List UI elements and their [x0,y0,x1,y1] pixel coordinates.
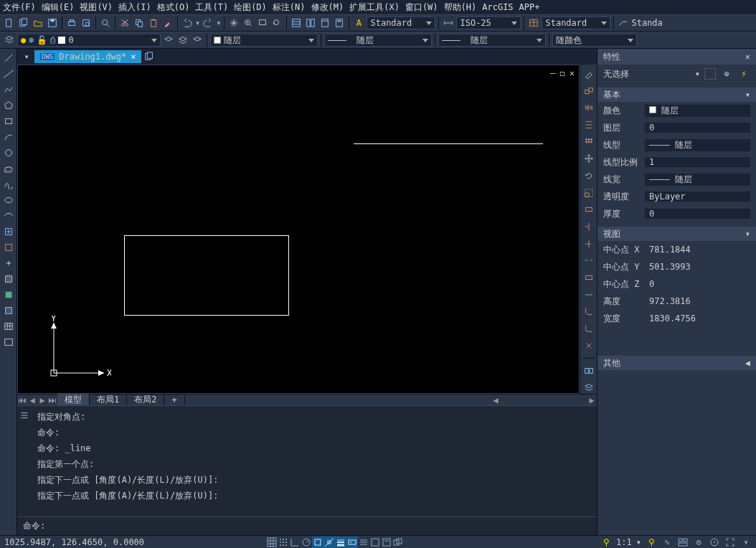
scroll-right-icon[interactable]: ▶ [587,395,597,405]
drawing-viewport[interactable]: — ◻ ✕ Y X [17,65,580,394]
scale-dropdown-icon[interactable]: ▾ [636,537,641,547]
break-point-icon[interactable] [582,255,595,268]
table-icon[interactable] [2,320,15,333]
property-value[interactable]: 501.3993 [645,262,750,272]
workspace-icon[interactable] [677,537,689,548]
menu-window[interactable]: 窗口(W) [405,1,438,14]
chamfer-icon[interactable] [582,306,595,318]
annovis-icon[interactable]: ⚲ [646,537,657,548]
group-misc-title[interactable]: 其他 [603,357,620,369]
print-icon[interactable] [65,16,78,29]
scale-icon[interactable] [582,186,595,199]
move-icon[interactable] [582,152,595,165]
menu-format[interactable]: 格式(O) [157,1,190,14]
trim-icon[interactable] [582,220,595,233]
close-viewport-icon[interactable]: ✕ [570,68,575,78]
pan-icon[interactable] [227,16,240,29]
model-tab[interactable]: 模型 [57,394,90,406]
color-combo[interactable]: 随层 [210,34,318,47]
new-icon[interactable] [3,16,16,29]
property-value[interactable]: ———— 随层 [645,139,750,151]
search-icon[interactable] [99,16,112,29]
layer-combo[interactable]: ● ❄ 🔓 ⎙ 0 [17,34,161,47]
menu-modify[interactable]: 修改(M) [311,1,344,14]
menu-view[interactable]: 视图(V) [80,1,113,14]
revcloud-icon[interactable] [2,162,15,175]
tab-last-icon[interactable]: ⏭ [47,395,57,405]
dynmode-icon[interactable] [358,537,369,548]
dyn-icon[interactable] [346,537,358,548]
polyline-icon[interactable] [2,83,15,96]
text-style-combo[interactable]: Standard [367,16,435,29]
make-block-icon[interactable] [2,241,15,254]
selection-dropdown-icon[interactable]: ▾ [695,69,700,79]
undo-icon[interactable] [181,16,194,29]
tool-palettes-icon[interactable] [318,16,331,29]
property-value[interactable]: 0 [645,279,750,289]
extend-icon[interactable] [582,237,595,250]
ortho-icon[interactable] [289,537,301,548]
group-basic-title[interactable]: 基本 [603,89,620,101]
property-row[interactable]: 高度972.3816 [597,293,756,310]
new-tab-icon[interactable] [143,50,156,63]
osnap-icon[interactable] [312,537,323,548]
pickadd-icon[interactable]: ⊕ [720,67,733,80]
redo-icon[interactable] [202,16,214,29]
snap-icon[interactable] [278,537,289,548]
customize-icon[interactable]: ▾ [740,537,752,548]
zoom-window-icon[interactable] [256,16,269,29]
stretch-icon[interactable] [582,204,595,217]
property-row[interactable]: 透明度ByLayer [597,188,756,205]
print-preview-icon[interactable] [80,16,93,29]
property-value[interactable]: 972.3816 [645,296,750,306]
line-icon[interactable] [2,52,15,65]
annoscale-icon[interactable]: ⚲ [600,537,612,548]
maximize-icon[interactable]: ◻ [560,68,565,78]
property-value[interactable]: ByLayer [645,192,750,202]
rotate-icon[interactable] [582,169,595,182]
lineweight-combo[interactable]: ———— 随层 [438,34,546,47]
table-style-combo[interactable]: Standard [542,16,610,29]
matchprop-icon[interactable] [161,16,174,29]
close-properties-icon[interactable]: ✕ [745,52,750,62]
property-row[interactable]: 中心点 Y501.3993 [597,258,756,275]
save-icon[interactable] [46,16,59,29]
layer-previous-icon[interactable] [162,34,175,47]
tablestyle-icon[interactable] [527,16,540,29]
qprops-icon[interactable] [381,537,392,548]
copy-icon[interactable] [133,16,146,29]
cut-icon[interactable] [118,16,131,29]
redo-dropdown-icon[interactable]: ▾ [216,18,221,28]
xline-icon[interactable] [2,67,15,80]
property-row[interactable]: 图层0 [597,119,756,136]
new-sheet-icon[interactable] [17,16,30,29]
layer-tools-icon[interactable] [582,381,595,394]
array-icon[interactable] [582,136,595,148]
property-row[interactable]: 线宽———— 随层 [597,171,756,188]
tab-home-icon[interactable]: ▾ [20,50,33,63]
rectangle-icon[interactable] [2,115,15,128]
command-input[interactable] [45,520,591,533]
menu-edit[interactable]: 编辑(E) [42,1,75,14]
layout2-tab[interactable]: 布局2 [127,394,164,406]
menu-dimension[interactable]: 标注(N) [273,1,306,14]
property-value[interactable]: 781.1844 [645,245,750,255]
region-icon[interactable] [2,304,15,317]
undo-dropdown-icon[interactable]: ▾ [195,18,200,28]
calc-icon[interactable] [333,16,346,29]
select-objects-icon[interactable]: ⚡ [737,67,750,80]
mtext-icon[interactable] [2,336,15,349]
menu-draw[interactable]: 绘图(D) [234,1,267,14]
layout1-tab[interactable]: 布局1 [90,394,127,406]
property-row[interactable]: 线型———— 随层 [597,136,756,153]
align-icon[interactable] [582,364,595,377]
selcycle-icon[interactable] [392,537,404,548]
property-row[interactable]: 中心点 X781.1844 [597,241,756,258]
arc-icon[interactable] [2,131,15,143]
tab-prev-icon[interactable]: ◀ [27,395,37,405]
otrack-icon[interactable] [323,537,335,548]
scroll-left-icon[interactable]: ◀ [491,395,501,405]
ellipse-arc-icon[interactable] [2,209,15,222]
open-icon[interactable] [32,16,44,29]
hatch-icon[interactable] [2,273,15,285]
